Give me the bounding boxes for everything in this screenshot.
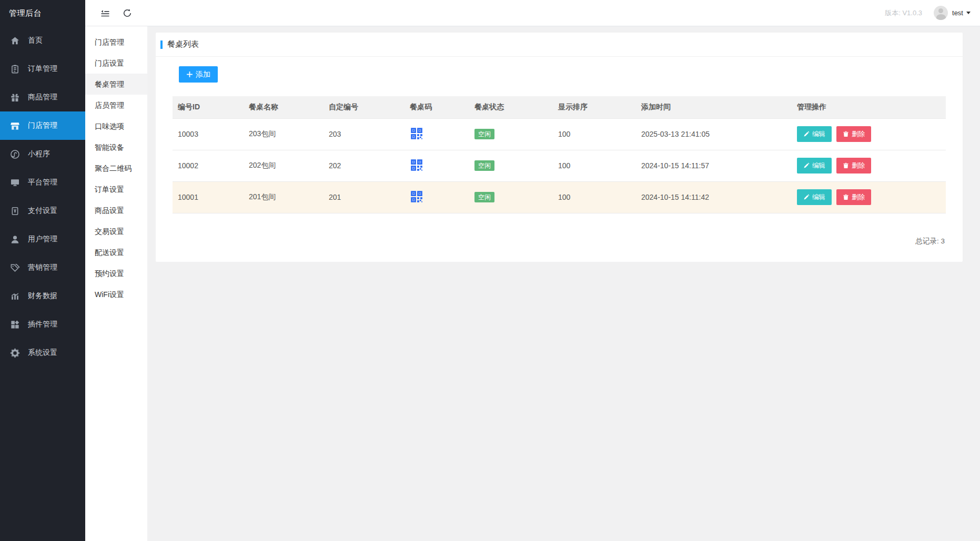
submenu-item-reservation-settings[interactable]: 预约设置 [85,263,147,284]
tables-table: 编号ID 餐桌名称 自定编号 餐桌码 餐桌状态 显示排序 添加时间 管理操作 [173,96,946,213]
submenu-item-delivery-settings[interactable]: 配送设置 [85,242,147,263]
cell-time: 2025-03-13 21:41:05 [636,118,792,150]
qr-code-icon[interactable] [410,190,423,203]
submenu-item-trade-settings[interactable]: 交易设置 [85,221,147,242]
refresh-icon[interactable] [122,8,133,18]
sidebar-item-label: 门店管理 [28,121,57,130]
plus-icon [186,71,193,78]
sidebar-item-store[interactable]: 门店管理 [0,111,85,140]
col-header-time: 添加时间 [636,96,792,118]
delete-button[interactable]: 删除 [836,189,871,205]
sidebar-item-label: 用户管理 [28,234,57,244]
total-records-value: 3 [941,237,945,245]
brand-title: 管理后台 [0,0,85,26]
submenu-item-product-settings[interactable]: 商品设置 [85,200,147,221]
page-title: 餐桌列表 [167,39,199,49]
monitor-icon [10,178,20,188]
storefront-icon [10,121,20,131]
chevron-down-icon [966,12,971,14]
cell-id: 10002 [173,150,244,181]
table-header-row: 编号ID 餐桌名称 自定编号 餐桌码 餐桌状态 显示排序 添加时间 管理操作 [173,96,946,118]
submenu-item-wifi-settings[interactable]: WiFi设置 [85,284,147,305]
sidebar-item-marketing[interactable]: 营销管理 [0,253,85,282]
cell-sort: 100 [553,118,636,150]
collapse-menu-icon[interactable] [100,8,110,18]
sidebar-item-platform[interactable]: 平台管理 [0,168,85,197]
cell-code: 202 [324,150,405,181]
card-body: 添加 编号ID 餐桌名称 自定编号 餐桌码 餐桌状态 [156,57,963,262]
cell-time: 2024-10-15 14:11:57 [636,150,792,181]
status-badge: 空闲 [474,129,494,139]
submenu-item-store-settings[interactable]: 门店设置 [85,53,147,74]
submenu-item-flavor-options[interactable]: 口味选项 [85,116,147,137]
sidebar-item-orders[interactable]: 订单管理 [0,55,85,83]
col-header-sort: 显示排序 [553,96,636,118]
sidebar-item-finance[interactable]: 财务数据 [0,282,85,310]
submenu-item-store-group[interactable]: 门店管理 [85,32,147,53]
delete-button-label: 删除 [852,130,865,139]
submenu-item-staff[interactable]: 店员管理 [85,95,147,116]
edit-button[interactable]: 编辑 [797,189,832,205]
primary-sidebar: 管理后台 首页 订单管理 商品管理 [0,0,85,541]
sidebar-item-home[interactable]: 首页 [0,26,85,55]
payment-icon [10,206,20,216]
col-header-qrcode: 餐桌码 [405,96,469,118]
table-card: 餐桌列表 添加 编号I [156,33,963,262]
sidebar-item-label: 平台管理 [28,178,57,187]
sidebar-item-products[interactable]: 商品管理 [0,83,85,111]
topbar-right: 版本: V1.0.3 test [885,6,971,20]
sidebar-item-payment[interactable]: 支付设置 [0,197,85,225]
main-content: 餐桌列表 添加 编号I [147,26,980,541]
app-root: 管理后台 首页 订单管理 商品管理 [0,0,980,541]
cell-code: 203 [324,118,405,150]
cell-time: 2024-10-15 14:11:42 [636,181,792,213]
submenu-item-smart-devices[interactable]: 智能设备 [85,137,147,158]
qr-code-icon[interactable] [410,158,423,172]
submenu-item-order-settings[interactable]: 订单设置 [85,179,147,200]
gift-icon [10,93,20,103]
trash-icon [843,162,849,169]
tags-icon [10,263,20,273]
sidebar-item-label: 营销管理 [28,263,57,272]
cell-name: 201包间 [244,181,324,213]
sidebar-item-label: 支付设置 [28,206,57,216]
cell-code: 201 [324,181,405,213]
delete-button[interactable]: 删除 [836,158,871,173]
sidebar-item-plugins[interactable]: 插件管理 [0,310,85,339]
edit-button[interactable]: 编辑 [797,158,832,173]
secondary-sidebar: 门店管理 门店设置 餐桌管理 店员管理 口味选项 智能设备 聚合二维码 订单设置… [85,26,147,541]
delete-button-label: 删除 [852,161,865,170]
sidebar-item-label: 首页 [28,36,43,45]
cell-name: 203包间 [244,118,324,150]
sidebar-item-miniprogram[interactable]: 小程序 [0,140,85,168]
cell-name: 202包间 [244,150,324,181]
chart-icon [10,291,20,301]
primary-nav: 首页 订单管理 商品管理 门店管理 [0,26,85,367]
avatar[interactable] [934,6,948,20]
delete-button[interactable]: 删除 [836,126,871,142]
add-button[interactable]: 添加 [179,66,218,83]
sidebar-item-settings[interactable]: 系统设置 [0,339,85,367]
user-menu[interactable]: test [952,9,971,17]
submenu-item-aggregate-qrcode[interactable]: 聚合二维码 [85,158,147,179]
miniprogram-icon [10,149,20,159]
status-badge: 空闲 [474,192,494,202]
edit-button[interactable]: 编辑 [797,126,832,142]
add-button-label: 添加 [196,70,210,79]
col-header-code: 自定编号 [324,96,405,118]
sidebar-item-label: 商品管理 [28,93,57,102]
order-clipboard-icon [10,64,20,74]
sidebar-item-users[interactable]: 用户管理 [0,225,85,253]
cell-id: 10003 [173,118,244,150]
edit-button-label: 编辑 [812,130,825,139]
col-header-id: 编号ID [173,96,244,118]
qr-code-icon[interactable] [410,127,423,140]
pencil-icon [803,131,810,137]
edit-button-label: 编辑 [812,161,825,170]
status-badge: 空闲 [474,160,494,171]
title-marker [160,40,163,49]
edit-button-label: 编辑 [812,193,825,202]
submenu-item-table-management[interactable]: 餐桌管理 [85,74,147,95]
sidebar-item-label: 插件管理 [28,320,57,329]
trash-icon [843,131,849,137]
